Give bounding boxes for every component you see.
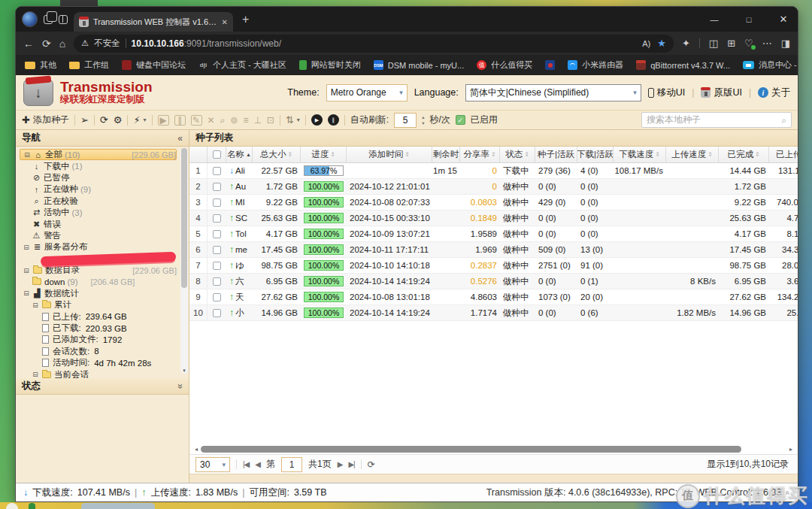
start-all-button[interactable]: ▶ bbox=[311, 114, 323, 126]
scrollbar-down-icon[interactable]: ▾ bbox=[180, 368, 188, 374]
scroll-right-icon[interactable]: ▸ bbox=[789, 446, 792, 453]
next-page-button[interactable]: ▶ bbox=[338, 460, 343, 468]
pause-all-button[interactable]: ∥ bbox=[328, 114, 339, 126]
autorefresh-enabled-checkbox[interactable]: ✓ bbox=[456, 115, 465, 125]
column-header-ratio[interactable]: 分享率⇕ bbox=[460, 147, 500, 162]
row-checkbox[interactable] bbox=[213, 293, 221, 301]
workspaces-icon[interactable] bbox=[44, 15, 53, 24]
bookmark-item[interactable]: 消息中心 - 哔哩哔... bbox=[743, 59, 798, 71]
extensions-icon[interactable]: ✦ bbox=[682, 38, 690, 49]
row-checkbox[interactable] bbox=[213, 309, 221, 317]
bookmark-item[interactable]: qBittorrent v4.3.7 W... bbox=[636, 60, 730, 70]
nav-item-活动中[interactable]: ⇄活动中(3) bbox=[20, 207, 177, 218]
row-checkbox[interactable] bbox=[213, 262, 221, 270]
column-header-num[interactable] bbox=[189, 147, 208, 162]
reload-list-icon[interactable]: ⟳ bbox=[368, 459, 375, 470]
page-number-input[interactable]: 1 bbox=[281, 457, 302, 472]
last-page-button[interactable]: ▶| bbox=[348, 460, 354, 468]
autorefresh-stepper[interactable]: ▴▾ bbox=[422, 114, 424, 125]
bookmark-item[interactable]: 值什么值得买 bbox=[477, 59, 532, 71]
nav-item-累计[interactable]: ⊟累计 bbox=[20, 299, 177, 311]
bookmark-item[interactable]: 小米路由器 bbox=[568, 59, 623, 71]
column-header-done[interactable]: 已完成⇕ bbox=[719, 147, 769, 162]
original-ui-button[interactable]: 原版UI bbox=[701, 86, 742, 99]
column-header-cb[interactable] bbox=[208, 147, 226, 162]
row-checkbox[interactable] bbox=[213, 214, 221, 223]
nav-item-正在做种[interactable]: ↑正在做种(9) bbox=[20, 183, 177, 195]
split-screen-icon[interactable]: ◫ bbox=[709, 38, 718, 49]
plugin-menu-button[interactable]: ⚡▾ bbox=[133, 115, 146, 125]
horizontal-scrollbar[interactable]: ◂ ▸ bbox=[189, 444, 798, 454]
nav-item-已下载:[interactable]: 已下载:220.93 GB bbox=[20, 323, 177, 334]
column-header-size[interactable]: 总大小⇕ bbox=[253, 147, 301, 162]
back-icon[interactable]: ← bbox=[23, 38, 34, 50]
nav-item-错误[interactable]: ✖错误 bbox=[20, 218, 177, 229]
nav-item-已添加文件:[interactable]: 已添加文件:1792 bbox=[20, 334, 177, 345]
column-header-seeds[interactable]: 种子|活跃 bbox=[535, 147, 577, 162]
theme-select[interactable]: Metro Orange ▾ bbox=[326, 84, 408, 101]
torrent-row[interactable]: 1↓Ali22.57 GB63.97%1m 150下载中279 (36)4 (0… bbox=[189, 163, 798, 179]
column-header-progress[interactable]: 进度⇕ bbox=[301, 147, 347, 162]
home-icon[interactable]: ⌂ bbox=[59, 38, 65, 50]
remote-rocket-icon[interactable]: ➢ bbox=[80, 115, 89, 125]
expander-icon[interactable]: ⊟ bbox=[32, 371, 39, 378]
column-header-added[interactable]: 添加时间⇕ bbox=[347, 147, 432, 162]
torrent-row[interactable]: 8↑六6.95 GB100.00%2024-10-14 14:19:240.52… bbox=[189, 274, 798, 289]
nav-item-数据目录[interactable]: ⊟数据目录[229.06 GB] bbox=[20, 265, 177, 276]
rename-icon[interactable]: ✎ bbox=[191, 115, 202, 126]
search-input[interactable]: 搜索本地种子 ⌕ bbox=[641, 112, 792, 128]
row-checkbox[interactable] bbox=[213, 246, 221, 254]
torrent-row[interactable]: 7↑ゆ98.75 GB100.00%2024-10-10 14:10:180.2… bbox=[189, 258, 798, 274]
settings-gear-icon[interactable]: ⚙ bbox=[114, 115, 123, 125]
bookmark-item[interactable]: 网站暂时关闭 bbox=[299, 59, 361, 71]
nav-item-down[interactable]: down(9)[206.48 GB] bbox=[20, 276, 177, 287]
torrent-row[interactable]: 10↑小14.96 GB100.00%2024-10-14 14:19:241.… bbox=[189, 305, 798, 321]
add-torrent-button[interactable]: ✚添加种子 bbox=[22, 114, 69, 126]
new-tab-button[interactable]: + bbox=[239, 13, 252, 26]
nav-item-活动时间:[interactable]: 活动时间:4d 7h 42m 28s bbox=[20, 357, 177, 368]
column-header-name[interactable]: 名称▲ bbox=[226, 147, 253, 162]
nav-item-服务器分布[interactable]: ⊟≣服务器分布 bbox=[20, 241, 177, 253]
expander-icon[interactable]: ⊟ bbox=[23, 151, 31, 159]
column-header-ulspeed[interactable]: 上传速度⇕ bbox=[666, 147, 719, 162]
nav-item-会话次数:[interactable]: 会话次数:8 bbox=[20, 346, 177, 357]
mobile-ui-button[interactable]: 移动UI bbox=[648, 86, 686, 99]
page-size-select[interactable]: 30 ▾ bbox=[195, 457, 230, 472]
about-button[interactable]: i关于 bbox=[758, 86, 790, 99]
expand-status-panel-icon[interactable]: « bbox=[175, 383, 186, 389]
reannounce-icon[interactable]: ⊚ bbox=[230, 116, 238, 125]
torrent-row[interactable]: 2↑Au1.72 GB100.00%2024-10-12 21:01:010做种… bbox=[189, 179, 798, 195]
collapse-sidebar-icon[interactable]: « bbox=[177, 133, 183, 144]
nav-item-数据统计[interactable]: ⊟▟数据统计 bbox=[20, 288, 177, 299]
expander-icon[interactable]: ⊟ bbox=[23, 289, 30, 297]
torrent-row[interactable]: 6↑me17.45 GB100.00%2024-10-11 17:17:111.… bbox=[189, 242, 798, 258]
first-page-button[interactable]: |◀ bbox=[243, 460, 249, 468]
torrent-row[interactable]: 4↑SC25.63 GB100.00%2024-10-15 00:33:100.… bbox=[189, 211, 798, 226]
expander-icon[interactable]: ⊟ bbox=[32, 301, 39, 309]
column-header-peers[interactable]: 下载|活跃 bbox=[577, 147, 614, 162]
collapse-statusbar-icon[interactable]: « bbox=[784, 490, 792, 495]
pause-torrent-icon[interactable]: ∥ bbox=[174, 115, 186, 126]
more-options-icon[interactable]: ⋯ bbox=[762, 38, 772, 49]
row-checkbox[interactable] bbox=[213, 277, 221, 286]
language-select[interactable]: 简体中文|Chinese (Simplified) ▾ bbox=[465, 84, 641, 101]
column-header-eta[interactable]: 剩余时 bbox=[432, 147, 460, 162]
nav-item-已上传:[interactable]: 已上传:239.64 GB bbox=[20, 311, 177, 322]
sidebar-scrollbar[interactable]: ▾ bbox=[180, 148, 188, 374]
sidebar-toggle-icon[interactable]: ◨ bbox=[781, 38, 790, 49]
nav-item-警告[interactable]: ⚠警告 bbox=[20, 230, 177, 241]
read-aloud-icon[interactable]: A) bbox=[642, 39, 650, 48]
close-window-button[interactable]: ✕ bbox=[769, 7, 798, 32]
profile-avatar[interactable] bbox=[22, 11, 38, 27]
nav-item-已暂停[interactable]: ⊘已暂停 bbox=[20, 172, 177, 183]
minimize-button[interactable]: — bbox=[700, 7, 729, 32]
bookmark-item[interactable]: DSMDSM mobile - myU... bbox=[374, 60, 464, 70]
row-checkbox[interactable] bbox=[213, 198, 221, 207]
collections-icon[interactable]: ⊞ bbox=[727, 38, 735, 49]
torrent-details-icon[interactable]: ≡ bbox=[243, 116, 248, 125]
autorefresh-interval-input[interactable]: 5 bbox=[394, 113, 417, 128]
scroll-left-icon[interactable]: ◂ bbox=[195, 446, 198, 453]
verify-torrent-icon[interactable]: ⌕ bbox=[220, 116, 226, 125]
torrent-row[interactable]: 9↑天27.62 GB100.00%2024-10-08 13:01:184.8… bbox=[189, 289, 798, 305]
prev-page-button[interactable]: ◀ bbox=[255, 460, 260, 468]
